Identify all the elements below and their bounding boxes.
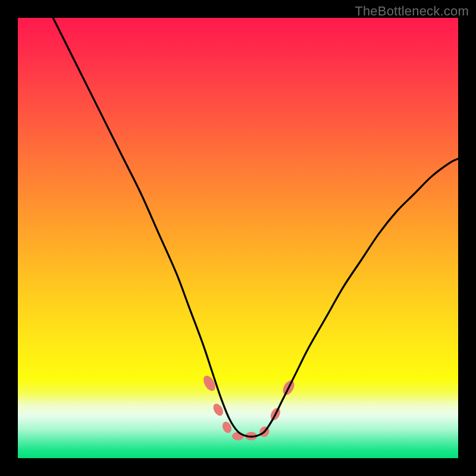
bottleneck-curve [53,18,458,437]
plot-area [18,18,458,458]
attribution-text: TheBottleneck.com [355,4,469,19]
bottleneck-marker [232,432,244,440]
chart-frame: TheBottleneck.com [0,0,476,476]
curve-layer [18,18,458,458]
